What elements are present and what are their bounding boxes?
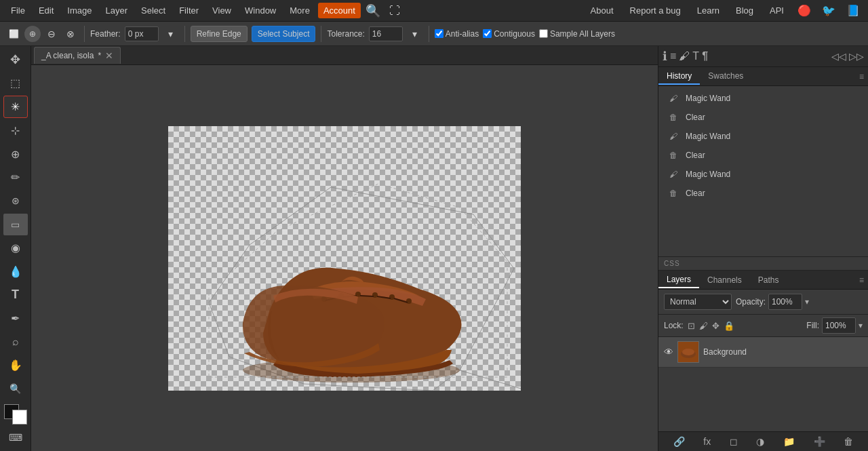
menu-select[interactable]: Select [136, 3, 171, 18]
keyboard-icon[interactable]: ⌨ [3, 426, 28, 448]
healing-tool[interactable]: ⊕ [3, 143, 28, 165]
search-icon[interactable]: 🔍 [363, 1, 382, 20]
layers-footer: 🔗 fx ◻ ◑ 📁 ➕ 🗑 [658, 431, 868, 451]
subtract-selection-icon[interactable]: ⊖ [43, 26, 60, 42]
panel-collapse-left[interactable]: ◁◁ [831, 51, 846, 62]
lock-row: Lock: ⊡ 🖌 ✥ 🔒 Fill: ▾ [658, 315, 868, 337]
fill-dropdown-icon[interactable]: ▾ [859, 321, 863, 330]
layer-visibility-icon[interactable]: 👁 [664, 347, 673, 357]
history-item-icon-4: 🖌 [667, 168, 680, 181]
paths-tab[interactable]: Paths [750, 273, 787, 288]
menu-file[interactable]: File [5, 3, 31, 18]
swatches-tab[interactable]: Swatches [700, 68, 751, 85]
contiguous-check[interactable]: Contiguous [483, 29, 535, 39]
layer-group-icon[interactable]: 📁 [783, 436, 795, 447]
layer-item-background[interactable]: 👁 Background [658, 337, 868, 368]
magic-wand-tool[interactable]: ✳ [3, 96, 28, 118]
fill-tool[interactable]: ◉ [3, 237, 28, 259]
menu-blog[interactable]: Blog [730, 3, 759, 18]
add-mask-icon[interactable]: ◻ [730, 436, 738, 447]
zoom-tool[interactable]: ⌕ [3, 331, 28, 353]
add-selection-icon[interactable]: ⊕ [24, 26, 41, 42]
refine-edge-button[interactable]: Refine Edge [191, 26, 248, 42]
panel-collapse-right[interactable]: ▷▷ [849, 51, 864, 62]
menu-account[interactable]: Account [318, 3, 361, 18]
sample-all-layers-checkbox[interactable] [539, 29, 548, 38]
feather-input[interactable] [125, 26, 159, 41]
opacity-input[interactable] [768, 294, 802, 310]
crop-tool[interactable]: ⊹ [3, 119, 28, 142]
paragraph-icon[interactable]: ¶ [702, 50, 708, 62]
layer-effects-icon[interactable]: fx [703, 436, 711, 447]
feather-dropdown-icon[interactable]: ▾ [163, 26, 179, 42]
history-item[interactable]: 🗑 Clear [658, 184, 868, 203]
antialias-checkbox[interactable] [435, 29, 443, 38]
menu-image[interactable]: Image [62, 3, 97, 18]
select-subject-button[interactable]: Select Subject [252, 26, 316, 42]
reddit-icon[interactable]: 🔴 [795, 1, 814, 20]
contiguous-checkbox[interactable] [483, 29, 492, 38]
menu-filter[interactable]: Filter [174, 3, 204, 18]
lock-brush-icon[interactable]: 🖌 [699, 321, 708, 331]
info-icon[interactable]: ℹ [663, 49, 667, 64]
channels-tab[interactable]: Channels [699, 273, 750, 288]
eraser-tool[interactable]: ▭ [3, 214, 28, 236]
twitter-icon[interactable]: 🐦 [819, 1, 838, 20]
history-menu-icon[interactable]: ≡ [855, 72, 868, 81]
tab-close-button[interactable]: ✕ [105, 50, 113, 61]
layers-menu-icon[interactable]: ≡ [855, 275, 868, 285]
layers-tab[interactable]: Layers [658, 272, 699, 288]
sample-all-layers-check[interactable]: Sample All Layers [539, 29, 615, 39]
history-tab[interactable]: History [658, 68, 700, 85]
document-tab[interactable]: _A clean, isola * ✕ [34, 47, 121, 64]
text-tool[interactable]: T [3, 283, 28, 306]
menu-edit[interactable]: Edit [33, 3, 59, 18]
rect-marquee-tool[interactable]: ⬚ [3, 73, 28, 95]
lock-checkers-icon[interactable]: ⊡ [688, 321, 695, 331]
menu-window[interactable]: Window [239, 3, 281, 18]
menu-more[interactable]: More [284, 3, 315, 18]
menu-layer[interactable]: Layer [100, 3, 134, 18]
fullscreen-icon[interactable]: ⛶ [385, 1, 404, 20]
blur-tool[interactable]: 💧 [3, 260, 28, 283]
move-tool[interactable]: ✥ [3, 49, 28, 71]
history-item[interactable]: 🖌 Magic Wand [658, 165, 868, 184]
new-selection-icon[interactable]: ⬜ [5, 26, 22, 42]
pen-tool[interactable]: ✒ [3, 307, 28, 330]
menu-about[interactable]: About [585, 3, 619, 18]
tolerance-dropdown-icon[interactable]: ▾ [407, 26, 423, 42]
search-tool[interactable]: 🔍 [3, 378, 28, 400]
clone-tool[interactable]: ⊛ [3, 190, 28, 212]
adjustments-icon[interactable]: ≡ [670, 50, 676, 62]
lock-all-icon[interactable]: 🔒 [724, 321, 734, 331]
menu-api[interactable]: API [764, 3, 789, 18]
blend-mode-select[interactable]: Normal [664, 294, 732, 310]
background-color[interactable] [12, 410, 27, 425]
brush-tool[interactable]: ✏ [3, 166, 28, 189]
menu-learn[interactable]: Learn [692, 3, 725, 18]
tolerance-input[interactable] [369, 26, 403, 41]
opacity-dropdown-icon[interactable]: ▾ [805, 297, 809, 307]
facebook-icon[interactable]: 📘 [844, 1, 863, 20]
intersect-selection-icon[interactable]: ⊗ [62, 26, 79, 42]
adjustment-layer-icon[interactable]: ◑ [756, 436, 764, 447]
delete-layer-icon[interactable]: 🗑 [844, 436, 853, 447]
history-item[interactable]: 🗑 Clear [658, 108, 868, 127]
history-item[interactable]: 🖌 Magic Wand [658, 127, 868, 146]
hand-tool[interactable]: ✋ [3, 354, 28, 376]
new-layer-icon[interactable]: ➕ [814, 436, 825, 447]
menu-view[interactable]: View [207, 3, 237, 18]
fill-input[interactable] [822, 317, 856, 334]
link-layers-icon[interactable]: 🔗 [673, 436, 685, 447]
text-panel-icon[interactable]: T [692, 50, 699, 62]
history-item[interactable]: 🖌 Magic Wand [658, 89, 868, 108]
canvas-container[interactable] [31, 65, 658, 451]
lock-move-icon[interactable]: ✥ [712, 321, 719, 331]
brush-panel-icon[interactable]: 🖌 [679, 50, 690, 62]
antialias-check[interactable]: Anti-alias [435, 29, 479, 39]
menu-bar: File Edit Image Layer Select Filter View… [0, 0, 868, 22]
history-item[interactable]: 🗑 Clear [658, 146, 868, 165]
menu-report-bug[interactable]: Report a bug [625, 3, 686, 18]
history-list: 🖌 Magic Wand 🗑 Clear 🖌 Magic Wand 🗑 Clea… [658, 86, 868, 256]
color-swatch[interactable] [4, 404, 27, 425]
